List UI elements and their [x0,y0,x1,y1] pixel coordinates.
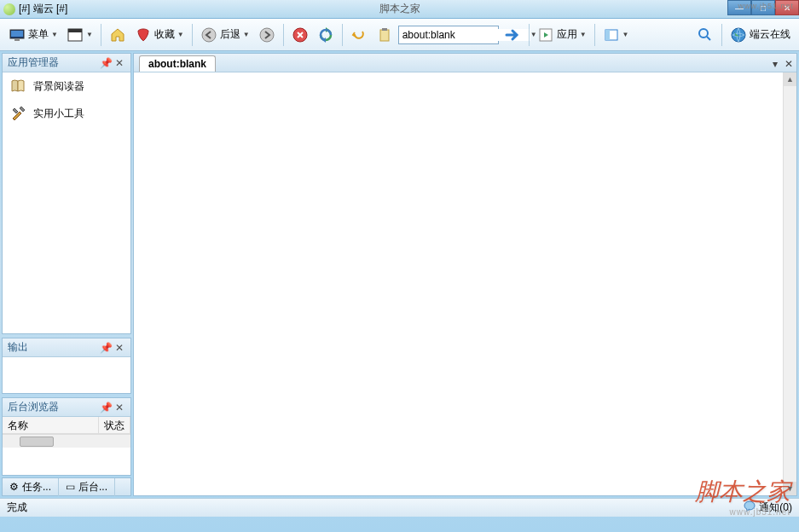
svg-point-5 [202,28,216,42]
menu-button[interactable]: 菜单 ▼ [5,23,61,47]
go-button[interactable] [501,23,524,47]
tab-background[interactable]: ▭ 后台... [59,478,115,496]
notify-label: 通知(0) [759,500,792,515]
toolbar-separator [594,24,595,46]
layout-icon [603,26,620,43]
close-panel-icon[interactable]: ✕ [113,402,125,413]
clipboard-icon [376,26,393,43]
go-arrow-icon [504,26,521,43]
col-status[interactable]: 状态 [99,417,130,433]
app-icon [3,3,15,15]
browser-tab[interactable]: about:blank [139,55,216,72]
sidebar: 应用管理器 📌 ✕ 背景阅读器 实用小工具 输出 📌 [0,51,133,498]
toolbar-separator [192,24,193,46]
view-mode-button[interactable]: ▼ [599,23,633,47]
bg-browser-body: 名称 状态 [3,417,130,475]
col-name[interactable]: 名称 [3,417,99,433]
chevron-down-icon: ▼ [580,31,587,38]
chevron-down-icon: ▼ [243,31,250,38]
horizontal-scrollbar[interactable] [3,434,130,448]
pin-icon[interactable]: 📌 [100,57,112,69]
app-manager-title: 应用管理器 [8,55,59,70]
tab-background-label: 后台... [78,480,107,494]
bg-browser-header: 后台浏览器 📌 ✕ [3,398,130,417]
pin-icon[interactable]: 📌 [100,342,112,354]
online-label: 端云在线 [750,27,790,42]
notify-button[interactable]: 通知(0) [744,500,792,515]
svg-rect-2 [14,39,20,41]
tab-tasks[interactable]: ⚙ 任务... [3,478,59,496]
undo-icon [350,26,368,43]
bg-browser-panel: 后台浏览器 📌 ✕ 名称 状态 [2,397,131,476]
status-bar: 完成 通知(0) [0,498,799,517]
svg-rect-12 [605,30,610,40]
monitor-icon [9,26,26,43]
window-icon [67,26,84,43]
app-item-tools[interactable]: 实用小工具 [3,100,130,127]
app-item-label: 实用小工具 [33,107,84,121]
app-manager-header: 应用管理器 📌 ✕ [3,54,130,72]
apply-label: 应用 [557,27,577,42]
svg-point-13 [699,29,708,38]
stop-icon [292,26,309,43]
book-icon [9,78,26,95]
back-icon [200,26,217,43]
scroll-up-icon[interactable]: ▲ [784,72,796,86]
content-area: about:blank ▾ ✕ ▲ ▼ [133,53,797,496]
favorites-button[interactable]: 收藏 ▼ [131,23,188,47]
play-icon [537,26,554,43]
window-mode-button[interactable]: ▼ [63,23,96,47]
app-manager-body: 背景阅读器 实用小工具 [3,72,130,333]
status-text: 完成 [7,500,27,515]
home-icon [109,26,126,43]
undo-button[interactable] [347,23,371,47]
address-bar[interactable]: ▼ [398,26,499,44]
online-button[interactable]: 端云在线 [727,23,794,47]
close-panel-icon[interactable]: ✕ [113,57,125,69]
toolbar-separator [101,24,101,46]
output-header: 输出 📌 ✕ [3,338,130,357]
bg-browser-columns: 名称 状态 [3,417,130,434]
home-button[interactable] [106,23,130,47]
tab-close-icon[interactable]: ✕ [781,56,796,72]
paste-button[interactable] [373,23,397,47]
app-item-label: 背景阅读器 [33,79,84,94]
pin-icon[interactable]: 📌 [100,402,112,413]
window-title: [#] 端云 [#] [19,2,67,16]
svg-point-6 [260,28,274,42]
toolbar-separator [529,24,530,46]
back-label: 后退 [220,27,240,42]
close-button[interactable]: ✕ [775,0,799,15]
app-manager-panel: 应用管理器 📌 ✕ 背景阅读器 实用小工具 [2,53,131,334]
chevron-down-icon: ▼ [51,31,58,38]
sidebar-bottom-tabs: ⚙ 任务... ▭ 后台... [2,477,131,496]
tools-icon [9,105,26,122]
title-bar: [#] 端云 [#] 脚本之家 — □ ✕ www.jb51.net [0,0,799,19]
tab-dropdown-icon[interactable]: ▾ [769,56,781,72]
window-controls: — □ ✕ [727,0,799,15]
refresh-button[interactable] [314,23,338,47]
search-button[interactable] [693,23,717,47]
back-button[interactable]: 后退 ▼ [197,23,253,47]
svg-point-14 [732,28,745,42]
menu-label: 菜单 [28,27,49,42]
apply-button[interactable]: 应用 ▼ [534,23,590,47]
scrollbar-thumb[interactable] [20,437,54,447]
refresh-icon [317,26,334,43]
stop-button[interactable] [288,23,312,47]
minimize-button[interactable]: — [727,0,751,15]
svg-rect-1 [11,31,23,37]
app-item-bg-reader[interactable]: 背景阅读器 [3,72,130,100]
chevron-down-icon: ▼ [86,31,93,38]
close-panel-icon[interactable]: ✕ [113,342,125,354]
forward-button[interactable] [255,23,279,47]
vertical-scrollbar[interactable]: ▲ ▼ [783,72,796,495]
output-title: 输出 [8,340,28,355]
scrollbar-track[interactable] [784,86,796,482]
forward-icon [258,26,275,43]
maximize-button[interactable]: □ [751,0,775,15]
shield-icon [135,26,152,43]
output-panel: 输出 📌 ✕ [2,338,131,394]
toolbar-separator [342,24,343,46]
scroll-down-icon[interactable]: ▼ [784,482,796,495]
